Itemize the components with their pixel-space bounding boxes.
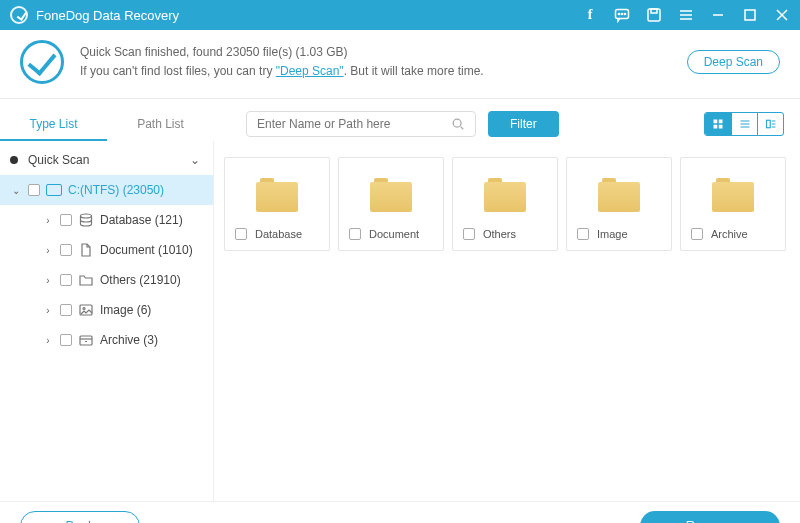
folder-card-image[interactable]: Image — [566, 157, 672, 251]
sidebar-drive[interactable]: ⌄ C:(NTFS) (23050) — [0, 175, 213, 205]
deep-scan-button[interactable]: Deep Scan — [687, 50, 780, 74]
folder-icon — [598, 178, 640, 212]
folder-grid: Database Document Others Image Archive — [224, 157, 790, 251]
drive-checkbox[interactable] — [28, 184, 40, 196]
search-input[interactable] — [257, 117, 451, 131]
close-icon[interactable] — [774, 7, 790, 23]
status-line2: If you can't find lost files, you can tr… — [80, 62, 687, 81]
svg-rect-17 — [714, 125, 718, 129]
svg-rect-10 — [745, 10, 755, 20]
facebook-icon[interactable]: f — [582, 7, 598, 23]
menu-icon[interactable] — [678, 7, 694, 23]
svg-rect-5 — [651, 9, 657, 13]
view-list-icon[interactable] — [731, 113, 757, 135]
item-checkbox[interactable] — [60, 304, 72, 316]
bullet-icon — [10, 156, 18, 164]
view-detail-icon[interactable] — [757, 113, 783, 135]
item-checkbox[interactable] — [60, 244, 72, 256]
sidebar-item-database[interactable]: › Database (121) — [0, 205, 213, 235]
footer: Back Recover — [0, 501, 800, 523]
chevron-right-icon[interactable]: › — [42, 245, 54, 256]
sidebar-item-label: Archive (3) — [100, 333, 158, 347]
sidebar-item-others[interactable]: › Others (21910) — [0, 265, 213, 295]
sidebar: Quick Scan ⌄ ⌄ C:(NTFS) (23050) › Databa… — [0, 141, 214, 501]
item-checkbox[interactable] — [60, 334, 72, 346]
content-area: Database Document Others Image Archive — [214, 141, 800, 501]
main-area: Quick Scan ⌄ ⌄ C:(NTFS) (23050) › Databa… — [0, 141, 800, 501]
folder-label: Others — [483, 228, 516, 240]
database-icon — [78, 213, 94, 227]
view-switch — [704, 112, 784, 136]
back-button[interactable]: Back — [20, 511, 140, 524]
scan-status-bar: Quick Scan finished, found 23050 file(s)… — [0, 30, 800, 99]
sidebar-item-archive[interactable]: › Archive (3) — [0, 325, 213, 355]
folder-icon — [78, 273, 94, 287]
folder-checkbox[interactable] — [463, 228, 475, 240]
chevron-down-icon[interactable]: ⌄ — [189, 153, 201, 167]
folder-checkbox[interactable] — [235, 228, 247, 240]
folder-icon — [484, 178, 526, 212]
svg-rect-15 — [714, 120, 718, 124]
checkmark-circle-icon — [20, 40, 64, 84]
chevron-right-icon[interactable]: › — [42, 215, 54, 226]
svg-point-2 — [621, 13, 622, 14]
chevron-right-icon[interactable]: › — [42, 335, 54, 346]
folder-checkbox[interactable] — [349, 228, 361, 240]
sidebar-root-label: Quick Scan — [28, 153, 183, 167]
recover-button[interactable]: Recover — [640, 511, 780, 524]
app-title: FoneDog Data Recovery — [36, 8, 179, 23]
folder-checkbox[interactable] — [577, 228, 589, 240]
svg-point-26 — [81, 214, 92, 218]
item-checkbox[interactable] — [60, 214, 72, 226]
image-icon — [78, 303, 94, 317]
search-icon[interactable] — [451, 117, 465, 131]
search-box[interactable] — [246, 111, 476, 137]
sidebar-item-label: Others (21910) — [100, 273, 181, 287]
folder-card-database[interactable]: Database — [224, 157, 330, 251]
svg-point-28 — [83, 308, 85, 310]
feedback-icon[interactable] — [614, 7, 630, 23]
save-icon[interactable] — [646, 7, 662, 23]
svg-point-3 — [624, 13, 625, 14]
svg-rect-4 — [648, 9, 660, 21]
svg-rect-22 — [766, 120, 770, 128]
status-line1: Quick Scan finished, found 23050 file(s)… — [80, 43, 687, 62]
sidebar-item-label: Image (6) — [100, 303, 151, 317]
folder-label: Document — [369, 228, 419, 240]
chevron-right-icon[interactable]: › — [42, 305, 54, 316]
svg-rect-16 — [719, 120, 723, 124]
sidebar-drive-label: C:(NTFS) (23050) — [68, 183, 164, 197]
window-controls: f — [582, 7, 790, 23]
svg-point-1 — [618, 13, 619, 14]
chevron-down-icon[interactable]: ⌄ — [10, 185, 22, 196]
view-grid-icon[interactable] — [705, 113, 731, 135]
sidebar-item-document[interactable]: › Document (1010) — [0, 235, 213, 265]
chevron-right-icon[interactable]: › — [42, 275, 54, 286]
minimize-icon[interactable] — [710, 7, 726, 23]
folder-icon — [712, 178, 754, 212]
sidebar-item-image[interactable]: › Image (6) — [0, 295, 213, 325]
tab-type-list[interactable]: Type List — [0, 107, 107, 141]
folder-icon — [370, 178, 412, 212]
svg-rect-29 — [80, 336, 92, 345]
app-logo-icon — [10, 6, 28, 24]
folder-icon — [256, 178, 298, 212]
folder-card-document[interactable]: Document — [338, 157, 444, 251]
document-icon — [78, 243, 94, 257]
archive-icon — [78, 333, 94, 347]
folder-checkbox[interactable] — [691, 228, 703, 240]
item-checkbox[interactable] — [60, 274, 72, 286]
folder-card-others[interactable]: Others — [452, 157, 558, 251]
sidebar-item-label: Database (121) — [100, 213, 183, 227]
list-tabs: Type List Path List — [0, 107, 214, 141]
svg-point-13 — [453, 119, 461, 127]
sidebar-item-label: Document (1010) — [100, 243, 193, 257]
maximize-icon[interactable] — [742, 7, 758, 23]
sidebar-root[interactable]: Quick Scan ⌄ — [0, 145, 213, 175]
deep-scan-link[interactable]: "Deep Scan" — [276, 64, 344, 78]
tab-path-list[interactable]: Path List — [107, 107, 214, 141]
filter-button[interactable]: Filter — [488, 111, 559, 137]
folder-card-archive[interactable]: Archive — [680, 157, 786, 251]
toolbar: Type List Path List Filter — [0, 99, 800, 141]
svg-line-14 — [461, 127, 464, 130]
